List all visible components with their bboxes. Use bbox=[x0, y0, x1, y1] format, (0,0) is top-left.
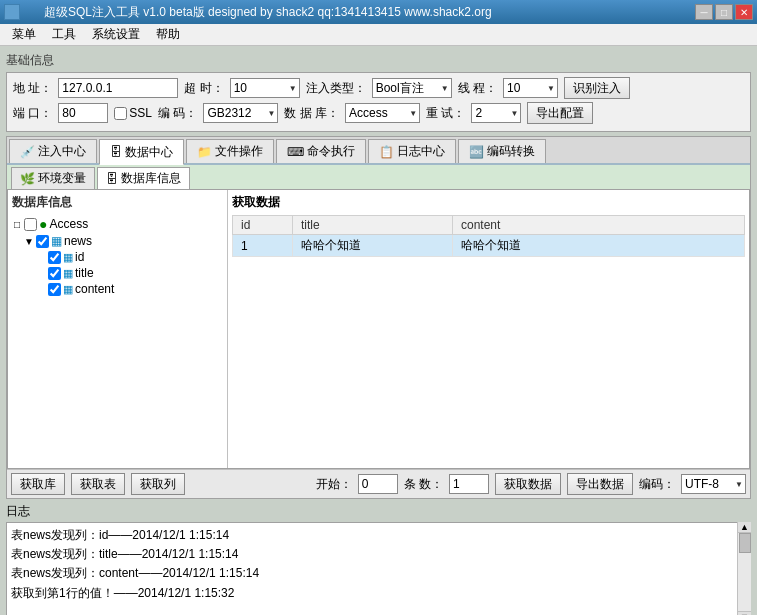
data-table: id title content 1哈哈个知道哈哈个知道 bbox=[232, 215, 745, 257]
table-row[interactable]: 1哈哈个知道哈哈个知道 bbox=[233, 235, 745, 257]
menu-item-help[interactable]: 帮助 bbox=[148, 24, 188, 45]
table-icon-news: ▦ bbox=[51, 234, 62, 248]
checkbox-title[interactable] bbox=[48, 267, 61, 280]
tab-data[interactable]: 🗄 数据中心 bbox=[99, 139, 184, 165]
retry-select[interactable]: 2 bbox=[471, 103, 521, 123]
log-entry: 表news发现列：content——2014/12/1 1:15:14 bbox=[11, 564, 732, 583]
tab-encode[interactable]: 🔤 编码转换 bbox=[458, 139, 546, 163]
menu-item-settings[interactable]: 系统设置 bbox=[84, 24, 148, 45]
tab-inject[interactable]: 💉 注入中心 bbox=[9, 139, 97, 163]
data-icon: 🗄 bbox=[110, 145, 122, 159]
ssl-checkbox-wrap: SSL bbox=[114, 106, 152, 120]
inner-tab-db[interactable]: 🗄 数据库信息 bbox=[97, 167, 190, 189]
export-data-button[interactable]: 导出数据 bbox=[567, 473, 633, 495]
close-button[interactable]: ✕ bbox=[735, 4, 753, 20]
log-panel-wrap: 表news发现列：id——2014/12/1 1:15:14表news发现列：t… bbox=[6, 522, 751, 615]
tree-node-id[interactable]: ▦ id bbox=[12, 249, 223, 265]
fetch-col-button[interactable]: 获取列 bbox=[131, 473, 185, 495]
address-input[interactable] bbox=[58, 78, 178, 98]
count-input[interactable] bbox=[449, 474, 489, 494]
tab-file[interactable]: 📁 文件操作 bbox=[186, 139, 274, 163]
encoding-select[interactable]: GB2312 bbox=[203, 103, 278, 123]
data-view-title: 获取数据 bbox=[232, 194, 745, 211]
log-center-icon: 📋 bbox=[379, 145, 394, 159]
encode-icon: 🔤 bbox=[469, 145, 484, 159]
log-scrollbar[interactable]: ▲ ▼ bbox=[737, 522, 751, 615]
log-section[interactable]: 表news发现列：id——2014/12/1 1:15:14表news发现列：t… bbox=[6, 522, 751, 615]
tree-node-content[interactable]: ▦ content bbox=[12, 281, 223, 297]
encoding-label: 编 码： bbox=[158, 105, 197, 122]
checkbox-access[interactable] bbox=[24, 218, 37, 231]
db-tree-title: 数据库信息 bbox=[12, 194, 223, 211]
tree-node-access[interactable]: □ ● Access bbox=[12, 215, 223, 233]
address-label: 地 址： bbox=[13, 80, 52, 97]
checkbox-news[interactable] bbox=[36, 235, 49, 248]
inner-tab-env[interactable]: 🌿 环境变量 bbox=[11, 167, 95, 189]
scroll-thumb[interactable] bbox=[739, 533, 751, 553]
fetch-db-button[interactable]: 获取库 bbox=[11, 473, 65, 495]
thread-label: 线 程： bbox=[458, 80, 497, 97]
tab-command[interactable]: ⌨ 命令执行 bbox=[276, 139, 366, 163]
fetch-table-button[interactable]: 获取表 bbox=[71, 473, 125, 495]
cell-title: 哈哈个知道 bbox=[293, 235, 453, 257]
file-icon: 📁 bbox=[197, 145, 212, 159]
db-tab-icon: 🗄 bbox=[106, 172, 118, 186]
title-bar: 超级SQL注入工具 v1.0 beta版 designed by shack2 … bbox=[0, 0, 757, 24]
inner-tab-db-label: 数据库信息 bbox=[121, 170, 181, 187]
menu-item-menu[interactable]: 菜单 bbox=[4, 24, 44, 45]
log-entry: 获取到第1行的值！——2014/12/1 1:15:32 bbox=[11, 584, 732, 603]
info-row-2: 端 口： SSL 编 码： GB2312 数 据 库： Access 重 试： … bbox=[13, 102, 744, 124]
label-id: id bbox=[75, 250, 84, 264]
ssl-checkbox[interactable] bbox=[114, 107, 127, 120]
expand-access[interactable]: □ bbox=[12, 219, 22, 230]
start-input[interactable] bbox=[358, 474, 398, 494]
data-view-panel: 获取数据 id title content 1哈哈个知道哈哈个知道 bbox=[228, 190, 749, 468]
timeout-label: 超 时： bbox=[184, 80, 223, 97]
label-content: content bbox=[75, 282, 114, 296]
menu-item-tools[interactable]: 工具 bbox=[44, 24, 84, 45]
tree-node-news[interactable]: ▼ ▦ news bbox=[12, 233, 223, 249]
inject-type-select[interactable]: Bool盲注 bbox=[372, 78, 452, 98]
checkbox-content[interactable] bbox=[48, 283, 61, 296]
tab-log-center[interactable]: 📋 日志中心 bbox=[368, 139, 456, 163]
port-input[interactable] bbox=[58, 103, 108, 123]
encoding-bottom-select[interactable]: UTF-8 bbox=[681, 474, 746, 494]
env-tab-icon: 🌿 bbox=[20, 172, 35, 186]
tree-node-title[interactable]: ▦ title bbox=[12, 265, 223, 281]
col-icon-title: ▦ bbox=[63, 267, 73, 280]
info-row-1: 地 址： 超 时： 10 注入类型： Bool盲注 线 程： 10 识别注入 bbox=[13, 77, 744, 99]
checkbox-id[interactable] bbox=[48, 251, 61, 264]
cell-content: 哈哈个知道 bbox=[453, 235, 745, 257]
tab-inject-label: 注入中心 bbox=[38, 143, 86, 160]
main-tab-bar: 💉 注入中心 🗄 数据中心 📁 文件操作 ⌨ 命令执行 📋 日志中心 🔤 bbox=[7, 137, 750, 165]
encoding-bottom-label: 编码： bbox=[639, 476, 675, 493]
cell-id: 1 bbox=[233, 235, 293, 257]
col-icon-content: ▦ bbox=[63, 283, 73, 296]
export-config-button[interactable]: 导出配置 bbox=[527, 102, 593, 124]
expand-news[interactable]: ▼ bbox=[24, 236, 34, 247]
col-icon-id: ▦ bbox=[63, 251, 73, 264]
scroll-down-arrow[interactable]: ▼ bbox=[738, 611, 751, 615]
database-label: 数 据 库： bbox=[284, 105, 339, 122]
menu-bar: 菜单 工具 系统设置 帮助 bbox=[0, 24, 757, 46]
port-label: 端 口： bbox=[13, 105, 52, 122]
minimize-button[interactable]: ─ bbox=[695, 4, 713, 20]
title-bar-buttons: ─ □ ✕ bbox=[695, 4, 753, 20]
timeout-select[interactable]: 10 bbox=[230, 78, 300, 98]
thread-select[interactable]: 10 bbox=[503, 78, 558, 98]
label-access: Access bbox=[49, 217, 88, 231]
database-select[interactable]: Access bbox=[345, 103, 420, 123]
command-icon: ⌨ bbox=[287, 145, 304, 159]
table-header-row: id title content bbox=[233, 216, 745, 235]
identify-button[interactable]: 识别注入 bbox=[564, 77, 630, 99]
log-entry: 表news发现列：id——2014/12/1 1:15:14 bbox=[11, 526, 732, 545]
scroll-up-arrow[interactable]: ▲ bbox=[738, 522, 751, 533]
tab-data-label: 数据中心 bbox=[125, 144, 173, 161]
ssl-label: SSL bbox=[129, 106, 152, 120]
window-icon bbox=[4, 4, 20, 20]
fetch-data-button[interactable]: 获取数据 bbox=[495, 473, 561, 495]
restore-button[interactable]: □ bbox=[715, 4, 733, 20]
basic-info-panel: 地 址： 超 时： 10 注入类型： Bool盲注 线 程： 10 识别注入 端… bbox=[6, 72, 751, 132]
tab-command-label: 命令执行 bbox=[307, 143, 355, 160]
log-section-container: 日志 表news发现列：id——2014/12/1 1:15:14表news发现… bbox=[6, 503, 751, 615]
